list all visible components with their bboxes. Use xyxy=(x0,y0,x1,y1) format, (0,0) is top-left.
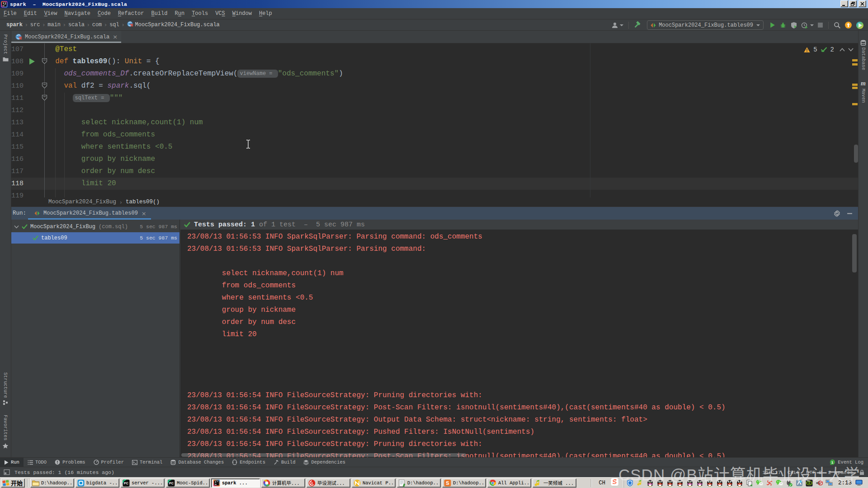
tool-stripe-favorites[interactable]: Favorites xyxy=(2,415,9,449)
netease-icon xyxy=(308,479,316,487)
tool-window-button-build[interactable]: Build xyxy=(269,458,300,467)
code-line-119: 119 xyxy=(11,190,858,197)
breadcrumb-method[interactable]: tables09() xyxy=(126,199,160,205)
toolwindow-toggle-icon[interactable] xyxy=(4,469,10,475)
run-test-gutter-icon[interactable] xyxy=(29,58,35,65)
test-tree-row-MoocSpark2024_FixBug[interactable]: MoocSpark2024_FixBug(com.sql)5 sec 987 m… xyxy=(11,221,179,232)
taskbar-button-server[interactable]: PCserver -... xyxy=(121,479,165,488)
csdn-icon[interactable] xyxy=(610,478,619,488)
warning-stripe-mark[interactable] xyxy=(852,63,858,66)
menu-item-edit[interactable]: Edit xyxy=(20,9,41,18)
menu-item-window[interactable]: Window xyxy=(229,9,255,18)
warning-stripe-mark[interactable] xyxy=(852,87,858,89)
run-console[interactable]: Tests passed: 1 of 1 test – 5 sec 987 ms… xyxy=(180,220,858,457)
user-profile-button[interactable] xyxy=(609,20,625,30)
search-everywhere-button[interactable] xyxy=(832,20,843,30)
tool-stripe-structure[interactable]: Structure xyxy=(3,372,8,406)
toolbar-separator xyxy=(828,22,829,29)
menu-item-code[interactable]: Code xyxy=(94,9,114,18)
menu-item-navigate[interactable]: Navigate xyxy=(61,9,94,18)
status-message[interactable]: Tests passed: 1 (16 minutes ago) xyxy=(14,469,114,475)
debug-button[interactable] xyxy=(778,20,788,30)
scala-file-icon xyxy=(15,33,22,40)
tool-window-button-profiler[interactable]: Profiler xyxy=(90,458,128,467)
test-run-config-icon xyxy=(34,211,40,216)
window-title: spark – MoocSpark2024_FixBug.scala xyxy=(10,1,127,7)
menu-item-run[interactable]: Run xyxy=(171,9,189,18)
menu-item-build[interactable]: Build xyxy=(148,9,171,18)
nav-crumb-sql[interactable]: sql xyxy=(109,22,119,28)
editor-scrollbar-thumb[interactable] xyxy=(854,145,858,163)
ide-update-button[interactable] xyxy=(843,20,854,30)
taskbar-button-D-hadoop[interactable]: SD:\hadoop... xyxy=(442,479,486,488)
menu-item-help[interactable]: Help xyxy=(255,9,276,18)
taskbar-button-spark[interactable]: spark ... xyxy=(211,479,260,488)
run-panel-tab[interactable]: MoocSpark2024_FixBug.tables09 × xyxy=(28,207,151,220)
taskbar-button-D-hadoop[interactable]: D:\hadoop... xyxy=(30,479,74,488)
tool-window-button-endpoints[interactable]: Endpoints xyxy=(228,458,269,467)
nav-crumb-spark[interactable]: spark xyxy=(6,22,23,28)
warning-stripe-mark[interactable] xyxy=(852,84,858,86)
qqmusic-icon xyxy=(534,479,542,487)
taskbar-button-All-Appli[interactable]: All Appli... xyxy=(487,479,531,488)
restore-button[interactable] xyxy=(849,0,857,7)
nav-crumb-main[interactable]: main xyxy=(47,22,61,28)
taskbar-button-app[interactable]: 计算机毕... xyxy=(261,479,305,488)
hide-panel-icon[interactable] xyxy=(847,211,853,216)
editor-tab-active[interactable]: MoocSpark2024_FixBug.scala × xyxy=(11,31,121,43)
menu-item-view[interactable]: View xyxy=(41,9,61,18)
chevron-right-icon: › xyxy=(42,22,45,28)
stop-button[interactable] xyxy=(816,20,825,30)
tool-stripe-project[interactable]: Project xyxy=(3,34,9,62)
tool-window-button-dependencies[interactable]: Dependencies xyxy=(299,458,349,467)
taskbar-button-Mooc-Spid[interactable]: PCMooc-Spid... xyxy=(166,479,210,488)
warning-stripe-mark[interactable] xyxy=(852,59,858,61)
nav-crumb-com[interactable]: com xyxy=(92,22,102,28)
settings-gear-icon[interactable] xyxy=(834,210,840,217)
tool-window-button-problems[interactable]: Problems xyxy=(51,458,89,467)
run-button[interactable] xyxy=(767,20,778,30)
taskbar-button-bigdata[interactable]: bigdata -... xyxy=(75,479,119,488)
taskbar-button-Navicat-P[interactable]: Navicat P... xyxy=(352,479,396,488)
minimize-button[interactable] xyxy=(840,0,848,7)
start-button[interactable]: 开始 xyxy=(1,479,25,488)
menu-item-refactor[interactable]: Refactor xyxy=(114,9,148,18)
taskbar-button-D-hadoop[interactable]: D:\hadoop... xyxy=(397,479,441,488)
warning-stripe-mark[interactable] xyxy=(852,103,858,105)
breadcrumb-class[interactable]: MoocSpark2024_FixBug xyxy=(48,199,116,205)
nav-crumb-file[interactable]: MoocSpark2024_FixBug.scala xyxy=(127,21,220,29)
menu-item-tools[interactable]: Tools xyxy=(188,9,212,18)
gradient-ball-button[interactable] xyxy=(854,20,866,30)
run-panel-title: Run: xyxy=(13,210,26,216)
console-line: 23/08/13 01:56:54 INFO FileSourceStrateg… xyxy=(187,389,482,402)
inspection-widget[interactable]: 5 2 xyxy=(801,46,854,53)
tab-close-icon[interactable]: × xyxy=(113,33,118,40)
test-tree-row-tables09[interactable]: tables095 sec 987 ms xyxy=(11,232,179,244)
profiler-button[interactable] xyxy=(799,20,816,30)
taskbar-button-app[interactable]: 毕设测试... xyxy=(307,479,350,488)
build-project-button[interactable] xyxy=(632,20,643,30)
close-button[interactable] xyxy=(859,0,866,7)
language-indicator[interactable]: CH xyxy=(596,479,609,487)
test-run-config-icon xyxy=(651,23,656,28)
tool-window-button-database-changes[interactable]: Database Changes xyxy=(166,458,228,467)
tool-stripe-maven[interactable]: m Maven xyxy=(861,80,866,103)
taskbar-button-app[interactable]: 一笑倾城 ... xyxy=(533,479,576,488)
code-editor[interactable]: 107 @Test108 def tables09(): Unit = {109… xyxy=(11,43,858,197)
tool-window-button-run[interactable]: Run xyxy=(0,458,24,467)
nav-crumb-scala[interactable]: scala xyxy=(68,22,85,28)
console-scrollbar-thumb[interactable] xyxy=(852,234,857,272)
run-configuration-select[interactable]: MoocSpark2024_FixBug.tables09 xyxy=(647,20,764,30)
editor-tab-bar: MoocSpark2024_FixBug.scala × xyxy=(11,31,858,43)
coverage-button[interactable] xyxy=(788,20,799,30)
tool-window-button-terminal[interactable]: Terminal xyxy=(128,458,166,467)
nav-crumb-src[interactable]: src xyxy=(30,22,40,28)
console-line: from ods_comments xyxy=(187,280,296,292)
taskbar-button-label: spark ... xyxy=(222,480,248,486)
console-hscrollbar-thumb[interactable] xyxy=(181,453,466,457)
tab-close-icon[interactable]: × xyxy=(142,210,146,217)
tool-stripe-database[interactable]: Database xyxy=(860,40,866,70)
tool-window-button-todo[interactable]: TODO xyxy=(24,458,51,467)
menu-item-vcs[interactable]: VCS xyxy=(212,9,229,18)
menu-item-file[interactable]: File xyxy=(0,9,20,18)
